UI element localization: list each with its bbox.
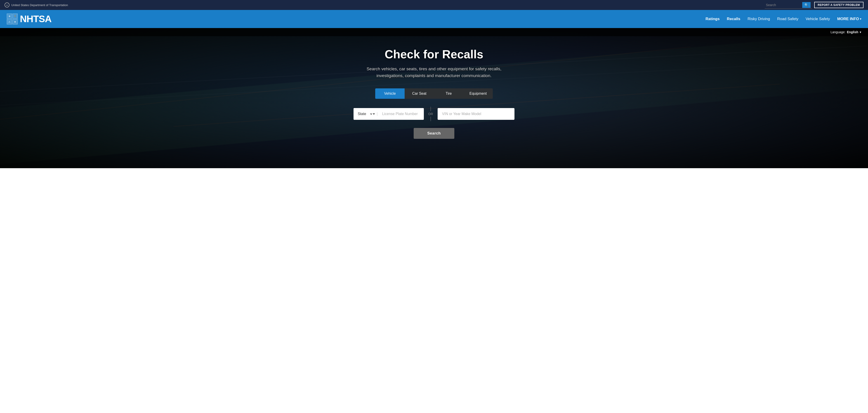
tab-car-seat[interactable]: Car Seat bbox=[405, 88, 434, 99]
or-line-bottom bbox=[431, 117, 431, 121]
tab-vehicle[interactable]: Vehicle bbox=[375, 88, 405, 99]
hero-title: Check for Recalls bbox=[385, 47, 483, 61]
recall-search-form: State ALAKAZAR CACOCTDE FLGAHIID ILINIAK… bbox=[353, 107, 514, 121]
language-bar: Language: English ▾ bbox=[0, 28, 868, 36]
nav-more-info[interactable]: MORE INFO ▾ bbox=[837, 17, 861, 21]
recall-tabs: Vehicle Car Seat Tire Equipment bbox=[375, 88, 493, 99]
tab-tire[interactable]: Tire bbox=[434, 88, 463, 99]
nav-links: Ratings Recalls Risky Driving Road Safet… bbox=[706, 17, 861, 21]
dot-gov-icon: ● bbox=[4, 2, 9, 7]
gov-label: United States Department of Transportati… bbox=[11, 3, 68, 7]
state-select[interactable]: State ALAKAZAR CACOCTDE FLGAHIID ILINIAK… bbox=[353, 108, 373, 120]
top-bar: ● United States Department of Transporta… bbox=[0, 0, 868, 10]
hero-section: Language: English ▾ Check for Recalls Se… bbox=[0, 28, 868, 168]
nav-recalls[interactable]: Recalls bbox=[727, 17, 741, 21]
nav-vehicle-safety[interactable]: Vehicle Safety bbox=[806, 17, 830, 21]
logo-icon-4: ★ bbox=[12, 19, 18, 24]
language-chevron-icon: ▾ bbox=[860, 30, 861, 34]
divider-line: | bbox=[377, 112, 377, 116]
or-line-top bbox=[431, 107, 431, 111]
language-selector[interactable]: Language: English ▾ bbox=[831, 30, 861, 34]
top-search-button[interactable]: 🔍 bbox=[802, 2, 811, 8]
logo-text: NHTSA bbox=[20, 13, 52, 24]
logo-icons: ⊕ 🚶 ⚠ ★ bbox=[7, 13, 18, 24]
nav-ratings[interactable]: Ratings bbox=[706, 17, 719, 21]
logo-area[interactable]: ⊕ 🚶 ⚠ ★ NHTSA bbox=[7, 13, 52, 24]
hero-subtitle: Search vehicles, car seats, tires and ot… bbox=[366, 66, 502, 80]
license-plate-input[interactable] bbox=[379, 108, 424, 120]
or-divider: OR bbox=[428, 107, 433, 121]
gov-label-area: ● United States Department of Transporta… bbox=[4, 2, 68, 7]
logo-icon-2: 🚶 bbox=[12, 13, 18, 19]
hero-content: Check for Recalls Search vehicles, car s… bbox=[332, 36, 536, 148]
nav-road-safety[interactable]: Road Safety bbox=[777, 17, 798, 21]
vin-input[interactable] bbox=[438, 108, 515, 120]
report-safety-button[interactable]: REPORT A SAFETY PROBLEM bbox=[814, 2, 864, 8]
plate-search-container: State ALAKAZAR CACOCTDE FLGAHIID ILINIAK… bbox=[353, 108, 424, 120]
more-info-chevron-icon: ▾ bbox=[860, 18, 861, 21]
state-chevron-icon: ▾ bbox=[373, 112, 375, 116]
language-label: Language: bbox=[831, 30, 845, 34]
language-value: English bbox=[847, 30, 858, 34]
or-text: OR bbox=[428, 112, 433, 116]
main-nav: ⊕ 🚶 ⚠ ★ NHTSA Ratings Recalls Risky Driv… bbox=[0, 10, 868, 28]
top-search-container[interactable]: 🔍 bbox=[765, 2, 812, 8]
top-bar-actions: 🔍 REPORT A SAFETY PROBLEM bbox=[765, 2, 864, 8]
top-search-input[interactable] bbox=[766, 3, 802, 7]
nav-risky-driving[interactable]: Risky Driving bbox=[747, 17, 770, 21]
search-submit-button[interactable]: Search bbox=[414, 128, 454, 139]
logo-icon-1: ⊕ bbox=[7, 13, 12, 19]
logo-icon-3: ⚠ bbox=[7, 19, 12, 24]
tab-equipment[interactable]: Equipment bbox=[463, 88, 493, 99]
